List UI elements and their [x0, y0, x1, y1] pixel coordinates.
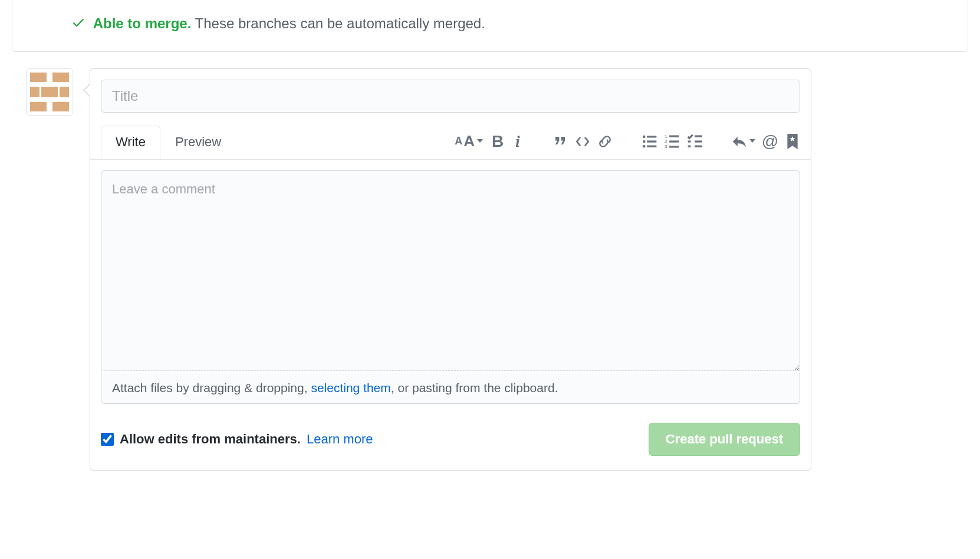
learn-more-link[interactable]: Learn more — [307, 432, 373, 446]
svg-rect-9 — [669, 135, 679, 137]
mention-icon[interactable]: @ — [762, 134, 778, 149]
merge-able-text: Able to merge. — [93, 15, 192, 31]
ordered-list-icon[interactable]: 123 — [665, 134, 680, 149]
tab-write[interactable]: Write — [101, 126, 160, 159]
svg-text:1: 1 — [665, 134, 667, 139]
check-icon — [71, 15, 85, 34]
avatar — [26, 68, 73, 116]
heading-icon[interactable]: AA — [455, 132, 483, 150]
saved-replies-icon[interactable] — [785, 134, 800, 149]
attach-select-link[interactable]: selecting them — [311, 381, 390, 394]
create-pull-request-button[interactable]: Create pull request — [649, 423, 800, 456]
italic-icon[interactable]: i — [512, 134, 523, 149]
allow-edits-row: Allow edits from maintainers. Learn more — [101, 432, 373, 447]
reply-icon[interactable] — [732, 134, 755, 149]
svg-rect-12 — [695, 135, 702, 137]
comment-textarea[interactable] — [101, 170, 800, 371]
svg-rect-14 — [695, 140, 702, 142]
quote-icon[interactable] — [553, 134, 568, 149]
merge-status-box: Able to merge. These branches can be aut… — [12, 0, 968, 52]
svg-rect-13 — [688, 140, 691, 142]
svg-rect-15 — [688, 145, 691, 147]
comment-wrap: Attach files by dragging & dropping, sel… — [90, 160, 811, 415]
svg-rect-5 — [647, 145, 656, 147]
svg-rect-4 — [647, 140, 656, 142]
attach-prefix: Attach files by dragging & dropping, — [112, 381, 311, 394]
unordered-list-icon[interactable] — [642, 134, 657, 149]
editor-tab-row: Write Preview AA B i — [90, 123, 811, 160]
svg-point-2 — [643, 145, 646, 148]
svg-text:3: 3 — [665, 144, 667, 149]
tab-preview[interactable]: Preview — [160, 126, 236, 158]
svg-rect-11 — [669, 146, 679, 147]
svg-rect-10 — [669, 140, 679, 142]
attach-suffix: , or pasting from the clipboard. — [391, 381, 558, 394]
svg-text:2: 2 — [665, 139, 667, 144]
svg-point-0 — [643, 135, 646, 138]
form-footer: Allow edits from maintainers. Learn more… — [90, 415, 811, 470]
svg-rect-3 — [647, 136, 656, 137]
merge-status: Able to merge. These branches can be aut… — [71, 14, 949, 34]
markdown-toolbar: AA B i 123 — [455, 132, 800, 150]
allow-edits-label: Allow edits from maintainers. — [120, 432, 301, 446]
pr-form: Write Preview AA B i — [90, 68, 811, 471]
link-icon[interactable] — [597, 134, 613, 149]
allow-edits-checkbox[interactable] — [101, 433, 114, 446]
merge-detail-text: These branches can be automatically merg… — [195, 15, 485, 31]
title-input[interactable] — [101, 80, 800, 113]
code-icon[interactable] — [575, 134, 590, 149]
bold-icon[interactable]: B — [490, 134, 505, 149]
task-list-icon[interactable] — [687, 134, 702, 149]
svg-point-1 — [643, 140, 646, 143]
attach-hint: Attach files by dragging & dropping, sel… — [101, 373, 800, 404]
svg-rect-16 — [695, 145, 702, 147]
compose-area: Write Preview AA B i — [26, 68, 968, 471]
